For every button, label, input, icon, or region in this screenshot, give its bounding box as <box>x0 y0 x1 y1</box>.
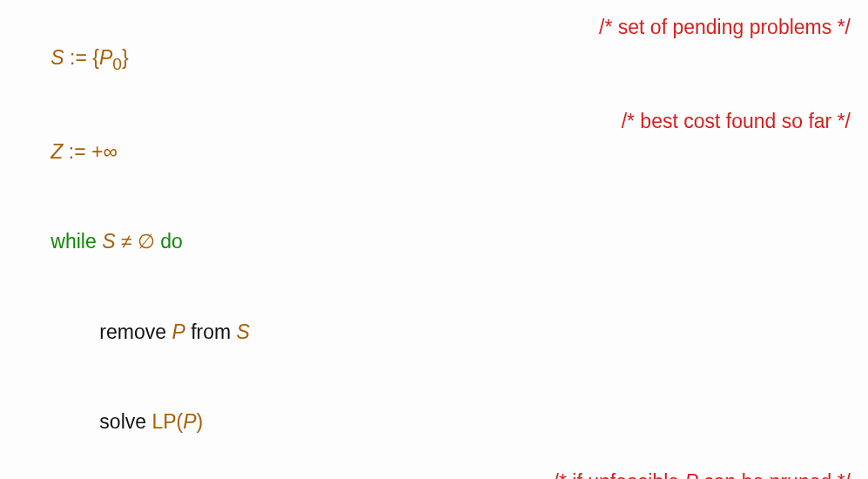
line-1: S := {P0} /* set of pending problems */ <box>17 12 851 106</box>
comment-unfeasible: /* if unfeasible P can be pruned */ <box>554 467 851 479</box>
txt-from: from <box>185 320 237 343</box>
line-4: remove P from S <box>17 287 851 377</box>
var-Z: Z <box>50 140 63 163</box>
sub-0: 0 <box>112 54 122 72</box>
line-6: if LP(P) is feasible then /* if unfeasib… <box>17 467 851 479</box>
var-S: S <box>50 46 64 69</box>
comment-pending: /* set of pending problems */ <box>599 12 851 43</box>
cmt-P: P <box>684 470 697 479</box>
txt-solve: solve <box>99 410 151 433</box>
assign-inf: := +∞ <box>63 140 117 163</box>
cmt-post: can be pruned */ <box>698 470 851 479</box>
txt-remove: remove <box>99 320 172 343</box>
brace-r: } <box>122 46 129 69</box>
fn-LP: LP( <box>151 410 183 433</box>
var-P: P <box>172 320 185 343</box>
neq-empty: ≠ ∅ <box>116 230 155 253</box>
kw-do: do <box>155 230 183 253</box>
rp: ) <box>197 410 204 433</box>
op-assign: := <box>64 46 93 69</box>
cmt-pre: /* if unfeasible <box>554 470 685 479</box>
brace-l: { <box>92 46 99 69</box>
line-2: Z := +∞ /* best cost found so far */ <box>17 106 851 197</box>
var-P: P <box>183 410 196 433</box>
kw-while: while <box>50 230 102 253</box>
var-S: S <box>102 230 115 253</box>
var-S: S <box>237 320 250 343</box>
algorithm-pseudocode: S := {P0} /* set of pending problems */ … <box>0 0 868 479</box>
line-3: while S ≠ ∅ do <box>17 197 851 287</box>
var-P0: P <box>99 46 112 69</box>
line-5: solve LP(P) <box>17 377 851 468</box>
comment-bestcost: /* best cost found so far */ <box>622 106 851 137</box>
